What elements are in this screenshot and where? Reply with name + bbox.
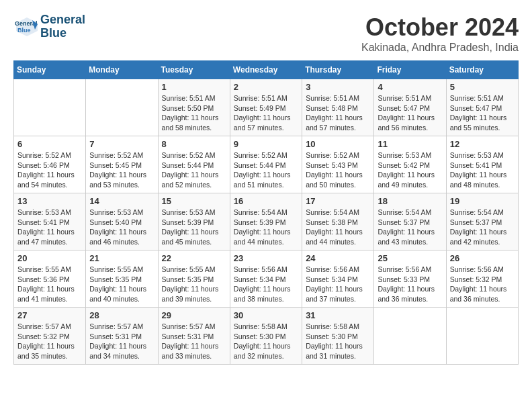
calendar-header-cell: Thursday xyxy=(302,61,374,79)
calendar-cell: 31Sunrise: 5:58 AMSunset: 5:30 PMDayligh… xyxy=(302,308,374,365)
day-number: 2 xyxy=(234,82,298,92)
calendar-cell: 5Sunrise: 5:51 AMSunset: 5:47 PMDaylight… xyxy=(446,79,518,136)
calendar-cell: 14Sunrise: 5:53 AMSunset: 5:40 PMDayligh… xyxy=(86,193,158,250)
day-number: 30 xyxy=(234,310,298,320)
day-info: Sunrise: 5:53 AMSunset: 5:42 PMDaylight:… xyxy=(378,150,442,190)
day-info: Sunrise: 5:51 AMSunset: 5:47 PMDaylight:… xyxy=(450,93,515,133)
calendar-cell: 28Sunrise: 5:57 AMSunset: 5:31 PMDayligh… xyxy=(86,308,158,365)
calendar-header-row: SundayMondayTuesdayWednesdayThursdayFrid… xyxy=(14,61,519,79)
title-area: October 2024 Kakinada, Andhra Pradesh, I… xyxy=(361,13,519,54)
day-number: 15 xyxy=(162,196,226,206)
day-number: 10 xyxy=(306,139,370,149)
calendar-cell: 25Sunrise: 5:56 AMSunset: 5:33 PMDayligh… xyxy=(374,250,446,308)
day-number: 26 xyxy=(450,253,515,263)
calendar-header-cell: Monday xyxy=(86,61,158,79)
calendar-header-cell: Saturday xyxy=(446,61,518,79)
calendar-cell: 17Sunrise: 5:54 AMSunset: 5:38 PMDayligh… xyxy=(302,193,374,250)
day-info: Sunrise: 5:55 AMSunset: 5:35 PMDaylight:… xyxy=(89,265,154,304)
day-number: 25 xyxy=(378,253,442,263)
day-number: 11 xyxy=(378,139,442,149)
calendar-cell: 12Sunrise: 5:53 AMSunset: 5:41 PMDayligh… xyxy=(446,136,518,193)
calendar-cell: 7Sunrise: 5:52 AMSunset: 5:45 PMDaylight… xyxy=(86,136,158,193)
day-info: Sunrise: 5:51 AMSunset: 5:49 PMDaylight:… xyxy=(234,93,298,133)
day-info: Sunrise: 5:52 AMSunset: 5:44 PMDaylight:… xyxy=(162,150,226,190)
day-info: Sunrise: 5:51 AMSunset: 5:50 PMDaylight:… xyxy=(162,93,226,133)
calendar-header-cell: Tuesday xyxy=(158,61,230,79)
day-number: 17 xyxy=(306,196,370,206)
day-info: Sunrise: 5:53 AMSunset: 5:41 PMDaylight:… xyxy=(17,208,82,247)
day-info: Sunrise: 5:52 AMSunset: 5:46 PMDaylight:… xyxy=(17,150,82,190)
day-info: Sunrise: 5:53 AMSunset: 5:39 PMDaylight:… xyxy=(162,208,226,247)
day-number: 18 xyxy=(378,196,442,206)
calendar-cell: 10Sunrise: 5:52 AMSunset: 5:43 PMDayligh… xyxy=(302,136,374,193)
day-number: 12 xyxy=(450,139,515,149)
day-number: 31 xyxy=(306,310,370,320)
day-info: Sunrise: 5:54 AMSunset: 5:37 PMDaylight:… xyxy=(378,208,442,247)
day-info: Sunrise: 5:53 AMSunset: 5:41 PMDaylight:… xyxy=(450,150,515,190)
day-info: Sunrise: 5:58 AMSunset: 5:30 PMDaylight:… xyxy=(234,322,298,361)
day-info: Sunrise: 5:56 AMSunset: 5:33 PMDaylight:… xyxy=(378,265,442,304)
calendar-week-row: 20Sunrise: 5:55 AMSunset: 5:36 PMDayligh… xyxy=(14,250,519,308)
calendar-cell: 2Sunrise: 5:51 AMSunset: 5:49 PMDaylight… xyxy=(230,79,302,136)
calendar-cell: 3Sunrise: 5:51 AMSunset: 5:48 PMDaylight… xyxy=(302,79,374,136)
svg-text:Blue: Blue xyxy=(17,27,31,34)
calendar-week-row: 13Sunrise: 5:53 AMSunset: 5:41 PMDayligh… xyxy=(14,193,519,250)
day-number: 8 xyxy=(162,139,226,149)
calendar-body: 1Sunrise: 5:51 AMSunset: 5:50 PMDaylight… xyxy=(14,79,519,365)
calendar-cell: 13Sunrise: 5:53 AMSunset: 5:41 PMDayligh… xyxy=(14,193,86,250)
calendar-cell xyxy=(446,308,518,365)
day-info: Sunrise: 5:58 AMSunset: 5:30 PMDaylight:… xyxy=(306,322,370,361)
logo-icon: General Blue xyxy=(13,15,38,39)
day-number: 27 xyxy=(17,310,82,320)
day-info: Sunrise: 5:54 AMSunset: 5:39 PMDaylight:… xyxy=(234,208,298,247)
location-title: Kakinada, Andhra Pradesh, India xyxy=(361,42,519,54)
day-number: 19 xyxy=(450,196,515,206)
calendar-cell: 18Sunrise: 5:54 AMSunset: 5:37 PMDayligh… xyxy=(374,193,446,250)
calendar-cell: 8Sunrise: 5:52 AMSunset: 5:44 PMDaylight… xyxy=(158,136,230,193)
day-number: 13 xyxy=(17,196,82,206)
day-info: Sunrise: 5:56 AMSunset: 5:34 PMDaylight:… xyxy=(306,265,370,304)
day-number: 28 xyxy=(89,310,154,320)
day-number: 29 xyxy=(162,310,226,320)
calendar-week-row: 1Sunrise: 5:51 AMSunset: 5:50 PMDaylight… xyxy=(14,79,519,136)
day-number: 5 xyxy=(450,82,515,92)
logo: General Blue General Blue xyxy=(13,13,85,40)
day-number: 16 xyxy=(234,196,298,206)
day-number: 14 xyxy=(89,196,154,206)
calendar-cell: 9Sunrise: 5:52 AMSunset: 5:44 PMDaylight… xyxy=(230,136,302,193)
day-info: Sunrise: 5:57 AMSunset: 5:31 PMDaylight:… xyxy=(162,322,226,361)
logo-text: General Blue xyxy=(40,13,85,40)
calendar-header-cell: Friday xyxy=(374,61,446,79)
day-info: Sunrise: 5:54 AMSunset: 5:37 PMDaylight:… xyxy=(450,208,515,247)
calendar-cell: 20Sunrise: 5:55 AMSunset: 5:36 PMDayligh… xyxy=(14,250,86,308)
day-info: Sunrise: 5:51 AMSunset: 5:48 PMDaylight:… xyxy=(306,93,370,133)
day-info: Sunrise: 5:57 AMSunset: 5:31 PMDaylight:… xyxy=(89,322,154,361)
calendar-cell: 29Sunrise: 5:57 AMSunset: 5:31 PMDayligh… xyxy=(158,308,230,365)
calendar-cell: 15Sunrise: 5:53 AMSunset: 5:39 PMDayligh… xyxy=(158,193,230,250)
day-number: 9 xyxy=(234,139,298,149)
day-number: 20 xyxy=(17,253,82,263)
day-number: 3 xyxy=(306,82,370,92)
calendar-cell: 30Sunrise: 5:58 AMSunset: 5:30 PMDayligh… xyxy=(230,308,302,365)
day-info: Sunrise: 5:56 AMSunset: 5:32 PMDaylight:… xyxy=(450,265,515,304)
calendar-cell: 22Sunrise: 5:55 AMSunset: 5:35 PMDayligh… xyxy=(158,250,230,308)
header: General Blue General Blue October 2024 K… xyxy=(13,13,519,54)
calendar-cell: 1Sunrise: 5:51 AMSunset: 5:50 PMDaylight… xyxy=(158,79,230,136)
calendar-header-cell: Wednesday xyxy=(230,61,302,79)
day-info: Sunrise: 5:51 AMSunset: 5:47 PMDaylight:… xyxy=(378,93,442,133)
calendar-cell: 27Sunrise: 5:57 AMSunset: 5:32 PMDayligh… xyxy=(14,308,86,365)
calendar-week-row: 27Sunrise: 5:57 AMSunset: 5:32 PMDayligh… xyxy=(14,308,519,365)
day-number: 1 xyxy=(162,82,226,92)
calendar-cell: 11Sunrise: 5:53 AMSunset: 5:42 PMDayligh… xyxy=(374,136,446,193)
day-number: 4 xyxy=(378,82,442,92)
calendar-cell: 19Sunrise: 5:54 AMSunset: 5:37 PMDayligh… xyxy=(446,193,518,250)
day-info: Sunrise: 5:54 AMSunset: 5:38 PMDaylight:… xyxy=(306,208,370,247)
day-number: 22 xyxy=(162,253,226,263)
calendar-cell: 24Sunrise: 5:56 AMSunset: 5:34 PMDayligh… xyxy=(302,250,374,308)
day-info: Sunrise: 5:53 AMSunset: 5:40 PMDaylight:… xyxy=(89,208,154,247)
calendar-cell: 21Sunrise: 5:55 AMSunset: 5:35 PMDayligh… xyxy=(86,250,158,308)
day-info: Sunrise: 5:57 AMSunset: 5:32 PMDaylight:… xyxy=(17,322,82,361)
day-info: Sunrise: 5:55 AMSunset: 5:36 PMDaylight:… xyxy=(17,265,82,304)
day-info: Sunrise: 5:55 AMSunset: 5:35 PMDaylight:… xyxy=(162,265,226,304)
calendar-table: SundayMondayTuesdayWednesdayThursdayFrid… xyxy=(13,60,519,365)
